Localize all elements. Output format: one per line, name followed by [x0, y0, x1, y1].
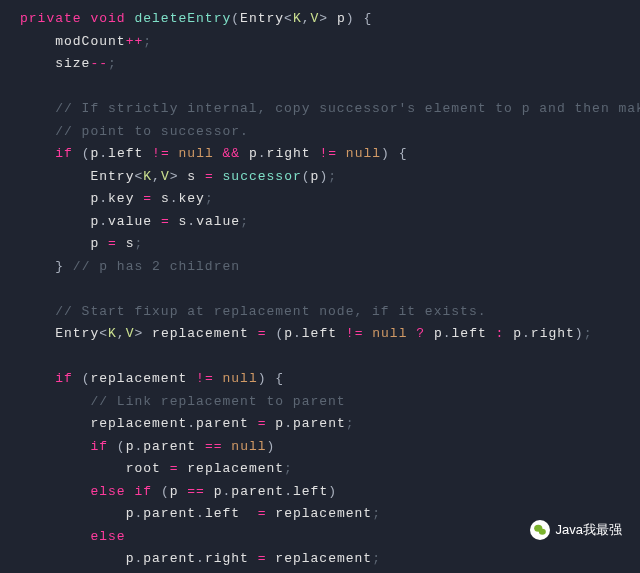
wechat-icon	[530, 520, 550, 540]
comment: // Link replacement to parent	[90, 394, 345, 409]
kw-private: private	[20, 11, 82, 26]
comment: // point to successor.	[55, 124, 249, 139]
svg-point-1	[538, 529, 545, 535]
code-block: private void deleteEntry(Entry<K,V> p) {…	[20, 8, 640, 571]
watermark-text: Java我最强	[556, 519, 622, 542]
comment: // Start fixup at replacement node, if i…	[55, 304, 486, 319]
watermark-badge: Java我最强	[530, 519, 622, 542]
fn-name: deleteEntry	[134, 11, 231, 26]
comment: // If strictly internal, copy successor'…	[55, 101, 640, 116]
kw-void: void	[90, 11, 125, 26]
